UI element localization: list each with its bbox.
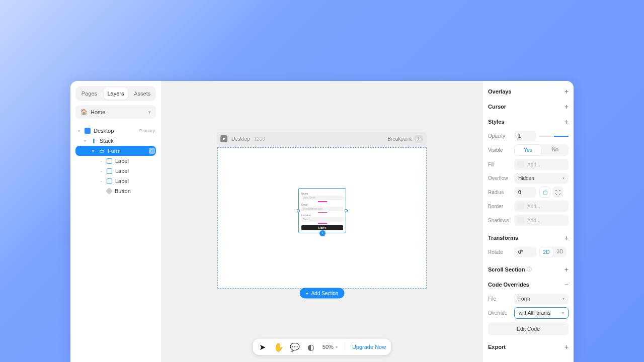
visible-yes[interactable]: Yes — [514, 144, 542, 156]
layer-label-2[interactable]: • Label — [75, 166, 156, 176]
plus-icon[interactable]: + — [565, 87, 569, 96]
mode-3d[interactable]: 3D — [553, 247, 567, 257]
plus-icon[interactable]: + — [565, 343, 569, 351]
plus-icon[interactable]: + — [565, 265, 569, 274]
override-select[interactable]: withAllParams ▾ — [514, 307, 569, 319]
override-indicator-icon: ⚙ — [149, 148, 155, 154]
form-email-input[interactable]: jane@framer.com — [301, 207, 343, 211]
layer-button[interactable]: Button — [75, 186, 156, 196]
prop-opacity: Opacity — [488, 129, 569, 143]
prop-override: Override withAllParams ▾ — [488, 306, 569, 320]
shadows-add-button[interactable]: Add... — [514, 215, 569, 226]
canvas[interactable]: ▶ Desktop 1200 Breakpoint + Name Jane Sm… — [161, 81, 483, 362]
radius-input[interactable] — [514, 187, 536, 198]
prop-fill: Fill Add... — [488, 157, 569, 171]
prop-border: Border Add... — [488, 199, 569, 213]
resize-handle-left[interactable] — [297, 209, 300, 212]
label-icon — [107, 168, 112, 174]
tab-assets[interactable]: Assets — [130, 87, 154, 100]
section-label: Scroll Section — [488, 266, 525, 273]
file-select[interactable]: Form ▾ — [514, 294, 569, 304]
form-name-input[interactable]: Jane Smith — [301, 196, 343, 200]
overflow-select[interactable]: Hidden ▾ — [514, 173, 569, 184]
layer-stack[interactable]: ▾ ∥ Stack — [75, 136, 156, 146]
radius-mode: ▢ ⛶ — [539, 187, 564, 198]
radius-individual-icon[interactable]: ⛶ — [552, 187, 564, 198]
chevron-down-icon: ▾ — [562, 297, 565, 301]
prop-label: Override — [488, 310, 511, 316]
section-label: Overlays — [488, 88, 511, 95]
section-cursor[interactable]: Cursor + — [488, 99, 569, 114]
radius-uniform-icon[interactable]: ▢ — [539, 187, 550, 198]
hand-tool-icon[interactable]: ✋ — [274, 342, 283, 351]
add-breakpoint-button[interactable]: + — [415, 135, 423, 143]
layer-label: Label — [115, 158, 129, 164]
visible-no[interactable]: No — [542, 144, 569, 156]
tab-layers[interactable]: Layers — [104, 87, 128, 100]
section-label: Code Overrides — [488, 282, 529, 288]
page-selector[interactable]: 🏠 Home ▾ — [75, 105, 156, 119]
rotate-input[interactable] — [514, 247, 536, 257]
opacity-input[interactable] — [514, 131, 536, 141]
prop-shadows: Shadows Add... — [488, 213, 569, 227]
layer-label-1[interactable]: • Label — [75, 156, 156, 166]
form-location-select[interactable]: Select... — [301, 217, 343, 222]
opacity-slider[interactable] — [539, 136, 569, 137]
tab-pages[interactable]: Pages — [77, 87, 102, 100]
zoom-selector[interactable]: 50% ▾ — [323, 344, 338, 350]
play-icon[interactable]: ▶ — [220, 135, 227, 142]
plus-icon[interactable]: + — [565, 103, 569, 111]
border-add-button[interactable]: Add... — [514, 201, 569, 212]
button-icon — [106, 188, 113, 195]
breakpoint-label: Breakpoint — [387, 136, 412, 142]
section-export[interactable]: Export + — [488, 339, 569, 354]
fill-add-button[interactable]: Add... — [514, 159, 569, 170]
prop-rotate: Rotate 2D 3D — [488, 245, 569, 259]
swatch-icon — [517, 217, 524, 224]
section-label: Transforms — [488, 235, 518, 241]
frame-desktop[interactable]: Name Jane Smith Email jane@framer.com Lo… — [217, 147, 427, 289]
section-scroll[interactable]: Scroll Section ⓘ + — [488, 262, 569, 277]
layer-label-3[interactable]: • Label — [75, 176, 156, 186]
breakpoint-bar: ▶ Desktop 1200 Breakpoint + — [216, 132, 427, 145]
plus-icon[interactable]: + — [565, 234, 569, 242]
prop-radius: Radius ▢ ⛶ — [488, 185, 569, 199]
spacer-line — [318, 223, 327, 224]
section-overlays[interactable]: Overlays + — [488, 84, 569, 99]
form-email-label: Email — [301, 203, 343, 206]
chevron-down-icon: ▾ — [562, 311, 564, 315]
label-icon — [107, 158, 112, 164]
add-section-button[interactable]: + Add Section — [300, 288, 345, 299]
spacer-line — [318, 212, 327, 213]
section-label: Styles — [488, 119, 504, 125]
zoom-value: 50% — [323, 344, 334, 350]
mode-2d[interactable]: 2D — [539, 247, 553, 257]
section-transforms: Transforms + — [488, 230, 569, 245]
form-icon: ▭ — [99, 148, 105, 154]
form-submit-button[interactable]: Submit — [301, 225, 343, 230]
resize-handle-right[interactable] — [345, 209, 348, 212]
layer-form[interactable]: ▾ ▭ Form ⚙ — [75, 146, 156, 156]
cursor-tool-icon[interactable]: ➤ — [258, 342, 267, 351]
caret-icon: ▾ — [83, 139, 88, 143]
layer-label: Desktop — [94, 128, 114, 134]
prop-label: Border — [488, 204, 511, 209]
comment-tool-icon[interactable]: 💬 — [290, 342, 299, 351]
prop-label: Opacity — [488, 133, 511, 139]
add-below-button[interactable]: + — [319, 230, 326, 236]
upgrade-button[interactable]: Upgrade Now — [352, 344, 386, 350]
caret-icon: ▾ — [76, 129, 82, 133]
edit-code-button[interactable]: Edit Code — [488, 322, 569, 335]
dark-mode-icon[interactable]: ◐ — [306, 342, 315, 351]
form-component[interactable]: Name Jane Smith Email jane@framer.com Lo… — [298, 188, 346, 233]
prop-visible: Visible Yes No — [488, 143, 569, 157]
plus-icon[interactable]: + — [565, 118, 569, 126]
layer-desktop[interactable]: ▾ Desktop Primary — [75, 126, 156, 136]
add-label: Add... — [527, 204, 540, 209]
chevron-down-icon: ▾ — [148, 110, 151, 115]
minus-icon[interactable]: − — [565, 281, 569, 289]
breakpoint-width: 1200 — [254, 136, 265, 142]
primary-tag: Primary — [139, 128, 155, 133]
add-label: Add... — [527, 218, 540, 223]
section-label: Export — [488, 344, 506, 350]
